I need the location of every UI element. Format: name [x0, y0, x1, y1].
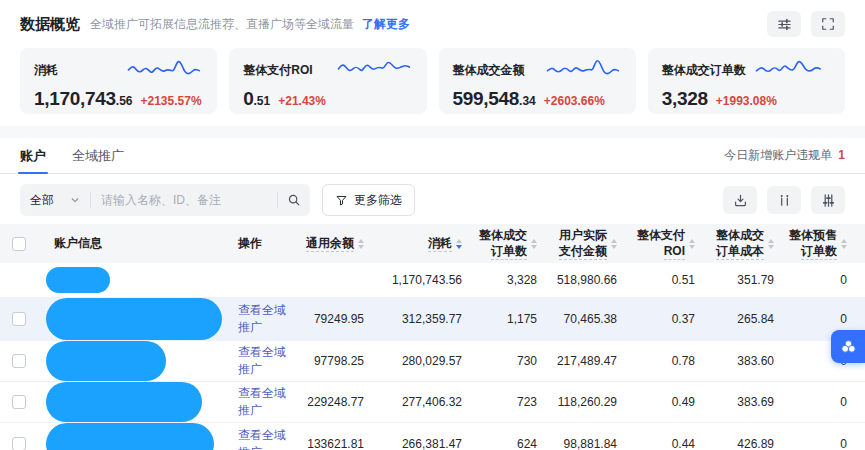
service-icon [840, 339, 857, 354]
stat-card-gmv[interactable]: 整体成交金额 599,548.34 +2603.66% [439, 48, 636, 114]
scope-select[interactable]: 全部 [20, 192, 90, 209]
cell-balance: 97798.25 [302, 340, 372, 381]
row-checkbox[interactable] [12, 395, 26, 409]
stat-card-roi[interactable]: 整体支付ROI 0.51 +21.43% [229, 48, 426, 114]
summary-roi: 0.51 [625, 263, 703, 297]
stat-label: 整体成交订单数 [662, 62, 746, 79]
stat-cards: 消耗 1,170,743.56 +2135.57% 整体支付ROI 0.51 +… [20, 48, 845, 114]
stat-value: 1,170,743 [34, 88, 116, 110]
col-consume[interactable]: 消耗 [372, 224, 470, 263]
view-global-promo-link[interactable]: 查看全域推广 [238, 386, 286, 417]
sort-icon [768, 239, 774, 249]
stat-label: 消耗 [34, 62, 58, 79]
cell-cost: 426.89 [703, 422, 782, 450]
cell-roi: 0.44 [625, 422, 703, 450]
sort-icon [358, 239, 364, 249]
table-header-row: 账户信息 操作 通用余额 消耗 整体成交订单数 用户实际支付金额 整体支付ROI… [0, 224, 865, 263]
summary-presale: 0 [782, 263, 865, 297]
cell-cost: 383.69 [703, 381, 782, 422]
stat-delta: +1993.08% [716, 94, 777, 108]
custom-metrics-button[interactable] [811, 186, 845, 214]
tab-global-promo[interactable]: 全域推广 [72, 138, 124, 173]
sort-icon [841, 239, 847, 249]
sparkline-chart [542, 58, 622, 82]
sliders-icon [821, 193, 836, 208]
search-icon [287, 193, 301, 207]
violation-count-badge: 1 [838, 148, 845, 162]
fullscreen-button[interactable] [811, 11, 845, 37]
view-global-promo-link[interactable]: 查看全域推广 [238, 303, 286, 334]
download-icon [733, 193, 748, 208]
cell-balance: 133621.81 [302, 422, 372, 450]
cell-balance: 79249.95 [302, 297, 372, 340]
sparkline-chart [123, 58, 203, 82]
col-payment[interactable]: 用户实际支付金额 [545, 224, 625, 263]
summary-payment: 518,980.66 [545, 263, 625, 297]
view-global-promo-link[interactable]: 查看全域推广 [238, 345, 286, 376]
cell-payment: 118,260.29 [545, 381, 625, 422]
cell-roi: 0.49 [625, 381, 703, 422]
col-presale[interactable]: 整体预售订单数 [782, 224, 865, 263]
col-roi[interactable]: 整体支付ROI [625, 224, 703, 263]
summary-cost: 351.79 [703, 263, 782, 297]
stat-value: 3,328 [662, 88, 708, 110]
stat-value-decimal: .56 [116, 94, 133, 108]
accounts-panel: 账户 全域推广 今日新增账户违规单1 全部 请输入名称、ID、备注 [0, 138, 865, 450]
cell-consume: 280,029.57 [372, 340, 470, 381]
sort-icon [531, 239, 537, 249]
cell-cost: 383.60 [703, 340, 782, 381]
search-input[interactable]: 请输入名称、ID、备注 [91, 192, 277, 209]
stat-value-decimal: .51 [254, 94, 271, 108]
redacted-account-blob [46, 267, 110, 293]
tune-button[interactable] [767, 11, 801, 37]
columns-icon [777, 193, 792, 208]
columns-button[interactable] [767, 186, 801, 214]
learn-more-link[interactable]: 了解更多 [362, 16, 410, 33]
col-account-info: 账户信息 [42, 224, 226, 263]
row-checkbox[interactable] [12, 354, 26, 368]
stat-delta: +2135.57% [141, 94, 202, 108]
cell-presale: 0 [782, 381, 865, 422]
cell-cost: 265.84 [703, 297, 782, 340]
view-global-promo-link[interactable]: 查看全域推广 [238, 428, 286, 450]
cell-consume: 277,406.32 [372, 381, 470, 422]
sort-icon [456, 239, 462, 249]
table-row: 查看全域推广 133621.81 266,381.47 624 98,881.8… [0, 422, 865, 450]
tab-account[interactable]: 账户 [20, 138, 46, 173]
redacted-account-blob [46, 298, 222, 340]
cell-balance: 229248.77 [302, 381, 372, 422]
col-cost[interactable]: 整体成交订单成本 [703, 224, 782, 263]
cell-payment: 70,465.38 [545, 297, 625, 340]
cell-payment: 217,489.47 [545, 340, 625, 381]
search-combo: 全部 请输入名称、ID、备注 [20, 184, 310, 216]
select-all-checkbox[interactable] [12, 237, 26, 251]
table-row: 查看全域推广 79249.95 312,359.77 1,175 70,465.… [0, 297, 865, 340]
stat-card-orders[interactable]: 整体成交订单数 3,328 +1993.08% [648, 48, 845, 114]
search-button[interactable] [278, 193, 310, 207]
cell-presale: 0 [782, 422, 865, 450]
row-checkbox[interactable] [12, 312, 26, 326]
col-orders[interactable]: 整体成交订单数 [470, 224, 545, 263]
table-row: 查看全域推广 97798.25 280,029.57 730 217,489.4… [0, 340, 865, 381]
stat-value: 0 [243, 88, 253, 110]
violation-notice[interactable]: 今日新增账户违规单1 [724, 147, 845, 164]
funnel-icon [335, 194, 348, 207]
col-balance[interactable]: 通用余额 [302, 224, 372, 263]
row-checkbox[interactable] [12, 437, 26, 450]
stat-value-decimal: .34 [519, 94, 536, 108]
download-button[interactable] [723, 186, 757, 214]
chevron-down-icon [70, 195, 80, 205]
cell-roi: 0.37 [625, 297, 703, 340]
more-filters-button[interactable]: 更多筛选 [322, 184, 415, 216]
service-float-button[interactable] [831, 330, 865, 363]
stat-card-consume[interactable]: 消耗 1,170,743.56 +2135.57% [20, 48, 217, 114]
cell-orders: 730 [470, 340, 545, 381]
sort-icon [689, 239, 695, 249]
cell-roi: 0.78 [625, 340, 703, 381]
sort-icon [611, 239, 617, 249]
stat-value: 599,548 [453, 88, 520, 110]
table-row: 查看全域推广 229248.77 277,406.32 723 118,260.… [0, 381, 865, 422]
page-subtitle: 全域推广可拓展信息流推荐、直播广场等全域流量 [90, 16, 354, 33]
cell-consume: 266,381.47 [372, 422, 470, 450]
stat-label: 整体成交金额 [453, 62, 525, 79]
